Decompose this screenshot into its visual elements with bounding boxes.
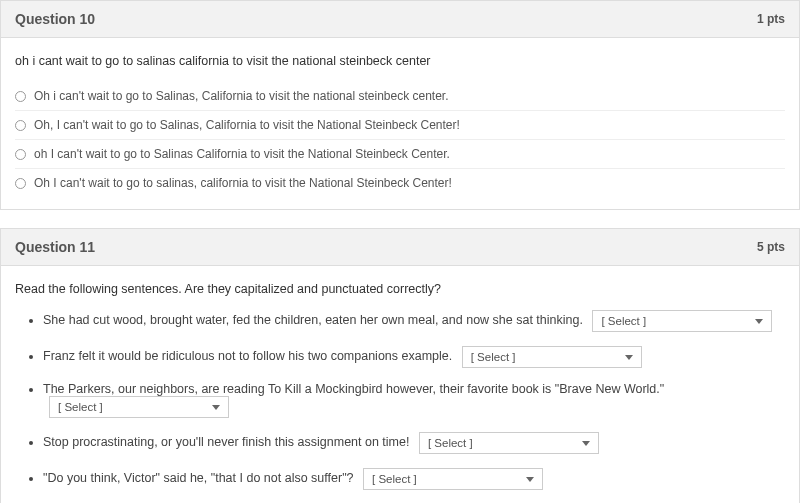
question-11-header: Question 11 5 pts xyxy=(1,229,799,266)
select-dropdown[interactable]: [ Select ] xyxy=(419,432,599,454)
list-item: Franz felt it would be ridiculous not to… xyxy=(43,346,785,368)
sentence-text: Franz felt it would be ridiculous not to… xyxy=(43,349,452,363)
radio-icon[interactable] xyxy=(15,91,26,102)
sentence-text: The Parkers, our neighbors, are reading … xyxy=(43,382,664,396)
select-dropdown[interactable]: [ Select ] xyxy=(592,310,772,332)
question-10-title: Question 10 xyxy=(15,11,95,27)
question-10-prompt: oh i cant wait to go to salinas californ… xyxy=(15,54,785,68)
option-label: oh I can't wait to go to Salinas Califor… xyxy=(34,147,450,161)
select-dropdown[interactable]: [ Select ] xyxy=(462,346,642,368)
sentence-text: Stop procrastinating, or you'll never fi… xyxy=(43,435,409,449)
sentence-text: She had cut wood, brought water, fed the… xyxy=(43,313,583,327)
question-10-points: 1 pts xyxy=(757,12,785,26)
list-item: She had cut wood, brought water, fed the… xyxy=(43,310,785,332)
question-11-items: She had cut wood, brought water, fed the… xyxy=(15,310,785,490)
question-10-header: Question 10 1 pts xyxy=(1,1,799,38)
option-row[interactable]: Oh I can't wait to go to salinas, califo… xyxy=(15,169,785,197)
option-label: Oh i can't wait to go to Salinas, Califo… xyxy=(34,89,449,103)
list-item: The Parkers, our neighbors, are reading … xyxy=(43,382,785,418)
option-row[interactable]: Oh i can't wait to go to Salinas, Califo… xyxy=(15,82,785,111)
question-11-body: Read the following sentences. Are they c… xyxy=(1,266,799,503)
option-row[interactable]: oh I can't wait to go to Salinas Califor… xyxy=(15,140,785,169)
question-11-title: Question 11 xyxy=(15,239,95,255)
question-11-card: Question 11 5 pts Read the following sen… xyxy=(0,228,800,503)
question-10-card: Question 10 1 pts oh i cant wait to go t… xyxy=(0,0,800,210)
radio-icon[interactable] xyxy=(15,120,26,131)
radio-icon[interactable] xyxy=(15,178,26,189)
select-dropdown[interactable]: [ Select ] xyxy=(49,396,229,418)
question-11-prompt: Read the following sentences. Are they c… xyxy=(15,282,785,296)
question-10-options: Oh i can't wait to go to Salinas, Califo… xyxy=(15,82,785,197)
sentence-text: "Do you think, Victor" said he, "that I … xyxy=(43,471,354,485)
option-label: Oh I can't wait to go to salinas, califo… xyxy=(34,176,452,190)
option-label: Oh, I can't wait to go to Salinas, Calif… xyxy=(34,118,460,132)
select-dropdown[interactable]: [ Select ] xyxy=(363,468,543,490)
list-item: "Do you think, Victor" said he, "that I … xyxy=(43,468,785,490)
radio-icon[interactable] xyxy=(15,149,26,160)
option-row[interactable]: Oh, I can't wait to go to Salinas, Calif… xyxy=(15,111,785,140)
list-item: Stop procrastinating, or you'll never fi… xyxy=(43,432,785,454)
question-11-points: 5 pts xyxy=(757,240,785,254)
question-10-body: oh i cant wait to go to salinas californ… xyxy=(1,38,799,209)
